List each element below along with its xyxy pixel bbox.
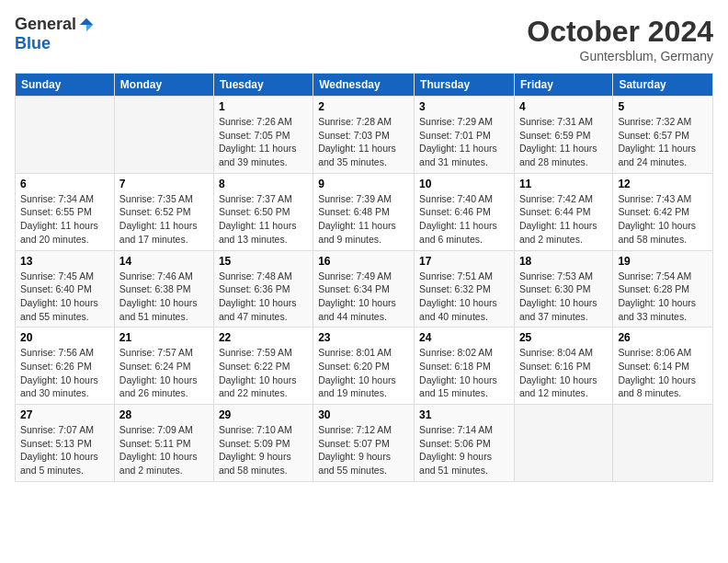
cell-details: Sunrise: 8:04 AM Sunset: 6:16 PM Dayligh… xyxy=(519,346,608,400)
cell-details: Sunrise: 8:02 AM Sunset: 6:18 PM Dayligh… xyxy=(419,346,509,400)
calendar-cell: 21Sunrise: 7:57 AM Sunset: 6:24 PM Dayli… xyxy=(114,327,213,405)
day-number: 16 xyxy=(318,255,409,268)
location: Guntersblum, Germany xyxy=(527,49,713,63)
cell-details: Sunrise: 7:09 AM Sunset: 5:11 PM Dayligh… xyxy=(119,423,209,477)
calendar-cell: 29Sunrise: 7:10 AM Sunset: 5:09 PM Dayli… xyxy=(213,405,313,482)
cell-details: Sunrise: 7:12 AM Sunset: 5:07 PM Dayligh… xyxy=(318,423,409,477)
day-number: 27 xyxy=(20,408,109,421)
cell-details: Sunrise: 7:39 AM Sunset: 6:48 PM Dayligh… xyxy=(318,192,409,247)
calendar-cell: 11Sunrise: 7:42 AM Sunset: 6:44 PM Dayli… xyxy=(514,173,612,250)
calendar-week-row: 27Sunrise: 7:07 AM Sunset: 5:13 PM Dayli… xyxy=(16,405,713,482)
cell-details: Sunrise: 7:46 AM Sunset: 6:38 PM Dayligh… xyxy=(119,270,209,324)
calendar-cell: 8Sunrise: 7:37 AM Sunset: 6:50 PM Daylig… xyxy=(213,173,313,250)
logo-general: General xyxy=(15,15,76,34)
calendar-cell: 15Sunrise: 7:48 AM Sunset: 6:36 PM Dayli… xyxy=(213,250,313,327)
day-number: 30 xyxy=(318,408,409,421)
svg-marker-1 xyxy=(86,25,93,31)
cell-details: Sunrise: 7:45 AM Sunset: 6:40 PM Dayligh… xyxy=(20,270,109,324)
month-title: October 2024 xyxy=(527,15,713,49)
logo-icon xyxy=(78,17,95,33)
day-number: 23 xyxy=(318,331,409,344)
day-number: 20 xyxy=(20,331,109,344)
calendar-cell: 22Sunrise: 7:59 AM Sunset: 6:22 PM Dayli… xyxy=(213,327,313,405)
calendar-cell: 17Sunrise: 7:51 AM Sunset: 6:32 PM Dayli… xyxy=(415,250,515,327)
calendar-cell: 10Sunrise: 7:40 AM Sunset: 6:46 PM Dayli… xyxy=(415,173,515,250)
calendar-cell: 13Sunrise: 7:45 AM Sunset: 6:40 PM Dayli… xyxy=(16,250,115,327)
calendar-cell: 18Sunrise: 7:53 AM Sunset: 6:30 PM Dayli… xyxy=(514,250,612,327)
day-number: 7 xyxy=(119,178,209,190)
logo: General Blue xyxy=(15,15,95,53)
title-section: October 2024 Guntersblum, Germany xyxy=(527,15,713,63)
day-number: 6 xyxy=(20,178,109,190)
day-number: 10 xyxy=(419,178,509,190)
calendar-cell: 12Sunrise: 7:43 AM Sunset: 6:42 PM Dayli… xyxy=(613,173,713,250)
calendar-cell: 9Sunrise: 7:39 AM Sunset: 6:48 PM Daylig… xyxy=(313,173,415,250)
calendar-cell xyxy=(16,97,115,174)
day-of-week-header: Friday xyxy=(514,74,612,97)
calendar-cell: 16Sunrise: 7:49 AM Sunset: 6:34 PM Dayli… xyxy=(313,250,415,327)
day-number: 4 xyxy=(519,100,608,113)
day-number: 12 xyxy=(618,178,708,190)
cell-details: Sunrise: 7:29 AM Sunset: 7:01 PM Dayligh… xyxy=(419,115,509,169)
day-of-week-header: Tuesday xyxy=(213,74,313,97)
calendar-table: SundayMondayTuesdayWednesdayThursdayFrid… xyxy=(15,73,713,482)
calendar-cell: 26Sunrise: 8:06 AM Sunset: 6:14 PM Dayli… xyxy=(613,327,713,405)
day-of-week-header: Wednesday xyxy=(313,74,415,97)
day-number: 5 xyxy=(618,100,708,113)
cell-details: Sunrise: 7:10 AM Sunset: 5:09 PM Dayligh… xyxy=(219,423,308,477)
cell-details: Sunrise: 7:31 AM Sunset: 6:59 PM Dayligh… xyxy=(519,115,608,169)
day-number: 18 xyxy=(519,255,608,268)
cell-details: Sunrise: 8:01 AM Sunset: 6:20 PM Dayligh… xyxy=(318,346,409,400)
cell-details: Sunrise: 7:32 AM Sunset: 6:57 PM Dayligh… xyxy=(618,115,708,169)
calendar-cell: 6Sunrise: 7:34 AM Sunset: 6:55 PM Daylig… xyxy=(16,173,115,250)
cell-details: Sunrise: 7:26 AM Sunset: 7:05 PM Dayligh… xyxy=(219,115,308,169)
calendar-cell: 14Sunrise: 7:46 AM Sunset: 6:38 PM Dayli… xyxy=(114,250,213,327)
calendar-cell: 23Sunrise: 8:01 AM Sunset: 6:20 PM Dayli… xyxy=(313,327,415,405)
cell-details: Sunrise: 7:56 AM Sunset: 6:26 PM Dayligh… xyxy=(20,346,109,400)
cell-details: Sunrise: 7:49 AM Sunset: 6:34 PM Dayligh… xyxy=(318,270,409,324)
calendar-cell: 2Sunrise: 7:28 AM Sunset: 7:03 PM Daylig… xyxy=(313,97,415,174)
calendar-cell: 20Sunrise: 7:56 AM Sunset: 6:26 PM Dayli… xyxy=(16,327,115,405)
calendar-week-row: 13Sunrise: 7:45 AM Sunset: 6:40 PM Dayli… xyxy=(16,250,713,327)
day-number: 17 xyxy=(419,255,509,268)
calendar-cell: 25Sunrise: 8:04 AM Sunset: 6:16 PM Dayli… xyxy=(514,327,612,405)
cell-details: Sunrise: 7:14 AM Sunset: 5:06 PM Dayligh… xyxy=(419,423,509,477)
cell-details: Sunrise: 7:28 AM Sunset: 7:03 PM Dayligh… xyxy=(318,115,409,169)
cell-details: Sunrise: 7:57 AM Sunset: 6:24 PM Dayligh… xyxy=(119,346,209,400)
day-number: 11 xyxy=(519,178,608,190)
cell-details: Sunrise: 7:40 AM Sunset: 6:46 PM Dayligh… xyxy=(419,192,509,247)
cell-details: Sunrise: 7:07 AM Sunset: 5:13 PM Dayligh… xyxy=(20,423,109,477)
calendar-header-row: SundayMondayTuesdayWednesdayThursdayFrid… xyxy=(16,74,713,97)
calendar-body: 1Sunrise: 7:26 AM Sunset: 7:05 PM Daylig… xyxy=(16,97,713,482)
calendar-cell: 19Sunrise: 7:54 AM Sunset: 6:28 PM Dayli… xyxy=(613,250,713,327)
day-number: 15 xyxy=(219,255,308,268)
calendar-cell: 3Sunrise: 7:29 AM Sunset: 7:01 PM Daylig… xyxy=(415,97,515,174)
calendar-cell xyxy=(514,405,612,482)
day-number: 1 xyxy=(219,100,308,113)
calendar-cell: 28Sunrise: 7:09 AM Sunset: 5:11 PM Dayli… xyxy=(114,405,213,482)
calendar-cell xyxy=(114,97,213,174)
day-of-week-header: Sunday xyxy=(16,74,115,97)
calendar-cell: 31Sunrise: 7:14 AM Sunset: 5:06 PM Dayli… xyxy=(415,405,515,482)
calendar-week-row: 1Sunrise: 7:26 AM Sunset: 7:05 PM Daylig… xyxy=(16,97,713,174)
calendar-cell: 5Sunrise: 7:32 AM Sunset: 6:57 PM Daylig… xyxy=(613,97,713,174)
day-number: 31 xyxy=(419,408,509,421)
day-number: 19 xyxy=(618,255,708,268)
calendar-cell: 27Sunrise: 7:07 AM Sunset: 5:13 PM Dayli… xyxy=(16,405,115,482)
svg-marker-0 xyxy=(80,17,93,24)
cell-details: Sunrise: 7:48 AM Sunset: 6:36 PM Dayligh… xyxy=(219,270,308,324)
day-number: 3 xyxy=(419,100,509,113)
day-number: 29 xyxy=(219,408,308,421)
day-number: 2 xyxy=(318,100,409,113)
cell-details: Sunrise: 7:42 AM Sunset: 6:44 PM Dayligh… xyxy=(519,192,608,247)
cell-details: Sunrise: 7:37 AM Sunset: 6:50 PM Dayligh… xyxy=(219,192,308,247)
day-number: 28 xyxy=(119,408,209,421)
calendar-cell xyxy=(613,405,713,482)
cell-details: Sunrise: 7:43 AM Sunset: 6:42 PM Dayligh… xyxy=(618,192,708,247)
day-number: 21 xyxy=(119,331,209,344)
day-number: 13 xyxy=(20,255,109,268)
day-number: 8 xyxy=(219,178,308,190)
cell-details: Sunrise: 7:35 AM Sunset: 6:52 PM Dayligh… xyxy=(119,192,209,247)
day-of-week-header: Saturday xyxy=(613,74,713,97)
day-number: 24 xyxy=(419,331,509,344)
